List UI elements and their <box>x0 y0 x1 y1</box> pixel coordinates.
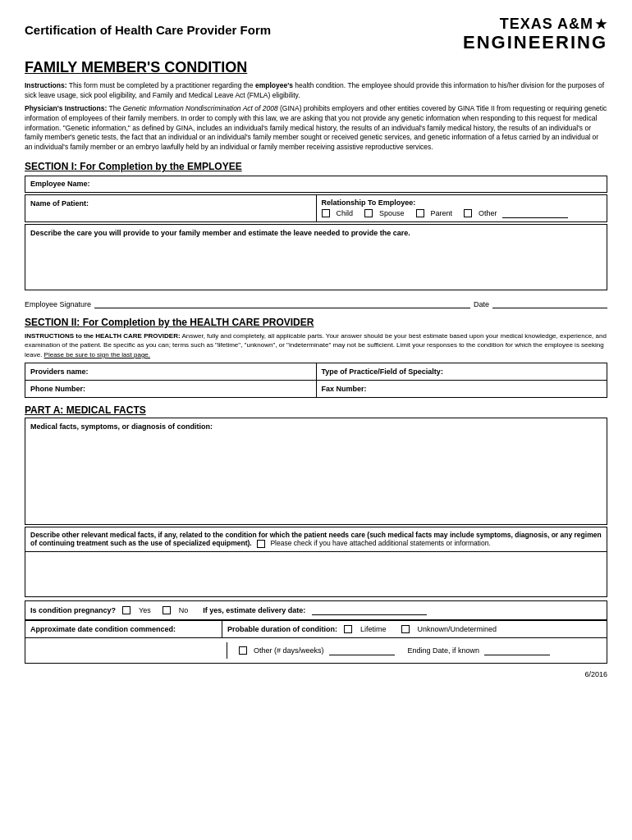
probable-duration-cell: Probable duration of condition: Lifetime… <box>222 621 607 637</box>
part-a-section: PART A: MEDICAL FACTS <box>25 404 607 416</box>
provider-name-cell: Providers name: <box>25 363 317 380</box>
instructions-p1: Instructions: This form must be complete… <box>25 81 607 101</box>
main-heading: FAMILY MEMBER'S CONDITION <box>25 59 607 76</box>
ending-date-field[interactable] <box>484 646 550 655</box>
logo: TEXAS A&M★ ENGINEERING <box>463 16 607 52</box>
duration-top-row: Approximate date condition commenced: Pr… <box>25 621 607 638</box>
describe-care-label: Describe the care you will provide to yo… <box>30 229 410 237</box>
child-label: Child <box>337 209 354 217</box>
yes-checkbox[interactable] <box>122 606 131 614</box>
instructions-block: Instructions: This form must be complete… <box>25 81 607 153</box>
medical-facts-label: Medical facts, symptoms, or diagnosis of… <box>30 422 213 431</box>
section1-heading: SECTION I: For Completion by the EMPLOYE… <box>25 161 607 172</box>
lifetime-checkbox[interactable] <box>344 625 352 633</box>
section2-heading: SECTION II: For Completion by the HEALTH… <box>25 317 607 328</box>
describe-other-row: Describe other relevant medical facts, i… <box>25 527 607 552</box>
other-days-label: Other (# days/weeks) <box>254 646 324 655</box>
logo-line1: TEXAS A&M★ <box>463 16 607 33</box>
approx-date-input-area[interactable] <box>30 642 227 659</box>
phone-cell: Phone Number: <box>25 380 317 397</box>
pregnancy-label: Is condition pregnancy? <box>30 606 116 614</box>
footer-date: 6/2016 <box>584 670 607 678</box>
section2-instructions: INSTRUCTIONS to the HEALTH CARE PROVIDER… <box>25 331 607 359</box>
date-line[interactable] <box>492 297 607 308</box>
relationship-cell: Relationship To Employee: Child Spouse P… <box>316 195 607 222</box>
signature-row: Employee Signature Date <box>25 297 607 308</box>
duration-options: Probable duration of condition: Lifetime… <box>227 625 602 633</box>
provider-name-row: Providers name: Type of Practice/Field o… <box>25 363 607 380</box>
instructions-p2: Physician's Instructions: The Genetic In… <box>25 104 607 153</box>
other-label: Other <box>479 209 497 217</box>
header: Certification of Health Care Provider Fo… <box>25 16 607 52</box>
patient-name-label: Name of Patient: <box>30 199 89 208</box>
other-checkbox[interactable] <box>464 209 472 217</box>
unknown-checkbox[interactable] <box>401 625 410 633</box>
medical-facts-table: Medical facts, symptoms, or diagnosis of… <box>25 418 607 525</box>
medical-facts-cell[interactable]: Medical facts, symptoms, or diagnosis of… <box>25 418 607 524</box>
signature-line[interactable] <box>94 297 470 308</box>
describe-care-cell: Describe the care you will provide to yo… <box>25 225 607 290</box>
duration-bottom-row: Other (# days/weeks) Ending Date, if kno… <box>25 638 607 663</box>
attach-check-label: Please check if you have attached additi… <box>270 539 490 547</box>
no-label: No <box>179 606 189 614</box>
footer: 6/2016 <box>25 670 607 678</box>
other-days-field[interactable] <box>329 646 395 655</box>
fax-label: Fax Number: <box>322 385 367 393</box>
unknown-label: Unknown/Undetermined <box>418 625 497 633</box>
patient-relationship-table: Name of Patient: Relationship To Employe… <box>25 194 607 222</box>
form-title: Certification of Health Care Provider Fo… <box>25 23 271 37</box>
yes-label: Yes <box>139 606 151 614</box>
logo-line2: ENGINEERING <box>463 33 607 52</box>
relationship-checkboxes: Child Spouse Parent Other <box>322 208 602 218</box>
parent-label: Parent <box>431 209 453 217</box>
date-label: Date <box>474 300 489 308</box>
describe-care-row: Describe the care you will provide to yo… <box>25 225 607 290</box>
other-days-checkbox[interactable] <box>239 646 247 655</box>
provider-table: Providers name: Type of Practice/Field o… <box>25 363 607 398</box>
fax-cell: Fax Number: <box>316 380 607 397</box>
employee-name-label: Employee Name: <box>25 176 607 193</box>
attach-checkbox[interactable] <box>257 540 265 548</box>
delivery-label: If yes, estimate delivery date: <box>203 606 305 614</box>
type-practice-label: Type of Practice/Field of Specialty: <box>322 368 443 376</box>
duration-outer: Approximate date condition commenced: Pr… <box>25 620 607 664</box>
patient-name-cell: Name of Patient: <box>25 195 317 222</box>
type-practice-cell: Type of Practice/Field of Specialty: <box>316 363 607 380</box>
child-checkbox[interactable] <box>322 209 330 217</box>
approx-date-label: Approximate date condition commenced: <box>25 621 222 637</box>
patient-relationship-row: Name of Patient: Relationship To Employe… <box>25 195 607 222</box>
parent-checkbox[interactable] <box>416 209 424 217</box>
spouse-checkbox[interactable] <box>364 209 373 217</box>
describe-other-area[interactable] <box>25 552 607 597</box>
signature-label: Employee Signature <box>25 300 91 308</box>
medical-facts-row: Medical facts, symptoms, or diagnosis of… <box>25 418 607 524</box>
employee-name-row: Employee Name: <box>25 176 607 193</box>
ending-date-label: Ending Date, if known <box>408 646 480 655</box>
pregnancy-row: Is condition pregnancy? Yes No If yes, e… <box>25 600 607 620</box>
lifetime-label: Lifetime <box>360 625 387 633</box>
phone-label: Phone Number: <box>30 385 85 393</box>
other-ending-row: Other (# days/weeks) Ending Date, if kno… <box>232 646 602 655</box>
relationship-label: Relationship To Employee: <box>322 199 602 207</box>
probable-duration-label: Probable duration of condition: <box>227 625 337 633</box>
part-a-heading: PART A: MEDICAL FACTS <box>25 404 607 416</box>
describe-care-table: Describe the care you will provide to yo… <box>25 224 607 290</box>
provider-name-label: Providers name: <box>30 368 89 376</box>
no-checkbox[interactable] <box>163 606 171 614</box>
other-field[interactable] <box>502 208 568 218</box>
phone-fax-row: Phone Number: Fax Number: <box>25 380 607 397</box>
employee-name-table: Employee Name: <box>25 176 607 193</box>
delivery-date-field[interactable] <box>312 605 427 615</box>
spouse-label: Spouse <box>379 209 405 217</box>
